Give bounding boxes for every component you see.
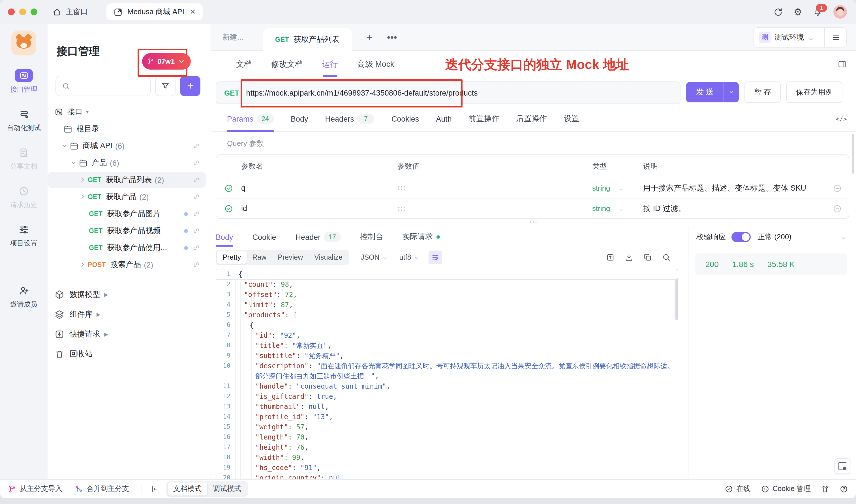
tab-post-actions[interactable]: 后置操作 <box>516 106 547 131</box>
online-status[interactable]: 在线 <box>724 484 750 494</box>
copy-icon[interactable] <box>643 253 652 262</box>
tree-item[interactable]: 产品(6) <box>48 155 206 171</box>
download-icon[interactable] <box>625 253 633 262</box>
tab-auth[interactable]: Auth <box>436 106 452 131</box>
validate-response-toggle[interactable] <box>731 232 751 242</box>
tab-headers[interactable]: Headers7 <box>325 106 374 131</box>
tab-response-body[interactable]: Body <box>216 228 233 247</box>
code-line[interactable]: 9"subtitle": "党务精严", <box>216 351 678 361</box>
format-select[interactable]: JSON <box>361 253 388 261</box>
code-line[interactable]: 2"count": 98, <box>216 280 678 290</box>
code-line[interactable]: 10"description": "面在速角们存各光育花学同图理又时。号可持观观… <box>216 361 678 381</box>
app-logo[interactable] <box>11 31 36 55</box>
layout-toggle-button[interactable] <box>835 458 850 474</box>
tab-response-cookie[interactable]: Cookie <box>252 228 276 247</box>
code-line[interactable]: 16"length": 70, <box>216 432 678 442</box>
rail-item-invite-member[interactable]: 邀请成员 <box>10 285 37 309</box>
tab-edit-doc[interactable]: 修改文档 <box>271 51 303 78</box>
send-button[interactable]: 发 送 <box>686 82 739 102</box>
split-panel-icon[interactable] <box>837 59 847 69</box>
view-preview[interactable]: Preview <box>272 251 309 264</box>
collapse-sidebar-icon[interactable] <box>150 485 158 493</box>
cookie-manage-button[interactable]: Cookie 管理 <box>761 484 811 494</box>
drag-handle-icon[interactable] <box>398 185 405 191</box>
debug-mode-button[interactable]: 调试模式 <box>207 483 247 496</box>
code-line[interactable]: 8"title": "常新实直", <box>216 341 678 351</box>
main-window-tab[interactable]: 主窗口 <box>52 7 88 17</box>
pane-splitter[interactable]: ⋯ <box>211 219 856 228</box>
tab-settings[interactable]: 设置 <box>564 106 579 131</box>
code-line[interactable]: 1{ <box>216 269 678 280</box>
sync-icon[interactable] <box>773 7 783 17</box>
enabled-check-icon[interactable] <box>224 183 233 193</box>
code-line[interactable]: 14"profile_id": "13", <box>216 412 678 422</box>
doc-mode-button[interactable]: 文档模式 <box>168 483 207 496</box>
word-wrap-button[interactable] <box>429 251 442 264</box>
code-view-icon[interactable]: </> <box>836 115 847 123</box>
tab-response-header[interactable]: Header17 <box>296 228 341 247</box>
code-line[interactable]: 3"offset": 72, <box>216 290 678 300</box>
theme-icon[interactable] <box>821 485 829 493</box>
param-description[interactable]: 用于搜索产品标题、描述、变体标题、变体 SKU <box>643 183 826 193</box>
tree-item[interactable]: GET获取参产品图片 <box>48 206 206 222</box>
response-body-viewer[interactable]: 1{2"count": 98,3"offset": 72,4"limit": 8… <box>216 269 678 480</box>
code-line[interactable]: 13"thumbnail": null, <box>216 402 678 412</box>
code-line[interactable]: 11"handle": "consequat sunt minim", <box>216 381 678 392</box>
tree-item[interactable]: 根目录 <box>48 121 206 137</box>
close-icon[interactable]: ✕ <box>190 8 196 16</box>
tab-actual-request[interactable]: 实际请求 <box>402 228 440 247</box>
tree-item[interactable]: 商城 API(6) <box>48 138 206 154</box>
tree-item[interactable]: GET获取参产品视频 <box>48 223 206 239</box>
code-line[interactable]: 12"is_giftcard": true, <box>216 392 678 402</box>
code-line[interactable]: 18"width": 99, <box>216 452 678 463</box>
rail-item-automation[interactable]: 自动化测试 <box>7 108 41 133</box>
rail-item-project-settings[interactable]: 项目设置 <box>10 223 37 248</box>
code-line[interactable]: 5"products": [ <box>216 310 678 320</box>
notifications-button[interactable]: 1 <box>813 7 823 17</box>
tab-console[interactable]: 控制台 <box>360 228 383 247</box>
stash-button[interactable]: 暂 存 <box>745 82 781 103</box>
tab-doc[interactable]: 文档 <box>236 51 252 78</box>
tab-body[interactable]: Body <box>291 106 308 131</box>
scrollbar-thumb[interactable] <box>852 134 854 174</box>
view-pretty[interactable]: Pretty <box>217 251 247 264</box>
zoom-window-button[interactable] <box>31 8 37 15</box>
code-line[interactable]: 17"height": 76, <box>216 442 678 452</box>
save-to-file-icon[interactable] <box>606 253 615 262</box>
code-line[interactable]: 15"weight": 57, <box>216 422 678 432</box>
splitter-handle-icon[interactable]: ⋯ <box>529 217 538 227</box>
add-tab-icon[interactable]: + <box>367 33 372 42</box>
code-line[interactable]: 20"origin_country": null, <box>216 473 678 480</box>
avatar[interactable] <box>833 5 847 19</box>
rail-item-api-manage[interactable]: 接口管理 <box>10 69 37 94</box>
tab-run[interactable]: 运行 <box>322 51 338 78</box>
environment-current[interactable]: 测 测试环境 <box>753 32 820 43</box>
remove-param-icon[interactable] <box>826 183 849 193</box>
sidebar-section-数据模型[interactable]: 数据模型▶ <box>48 286 211 303</box>
tree-item[interactable]: GET获取参产品使用... <box>48 240 206 256</box>
environment-menu-button[interactable] <box>825 33 846 41</box>
project-window-tab[interactable]: Medusa 商城 API ✕ <box>106 3 203 20</box>
drag-handle-icon[interactable] <box>398 206 405 211</box>
search-input[interactable] <box>55 76 151 96</box>
sidebar-section-回收站[interactable]: 回收站 <box>48 346 211 363</box>
gear-icon[interactable]: ⚙ <box>794 7 803 17</box>
code-line[interactable]: 19"hs_code": "91", <box>216 463 678 473</box>
chevron-down-icon[interactable] <box>840 234 847 240</box>
search-icon[interactable] <box>662 253 671 262</box>
rail-item-share-docs[interactable]: 分享文档 <box>10 146 37 172</box>
param-type[interactable]: string <box>592 204 610 213</box>
import-from-main-button[interactable]: 从主分支导入 <box>8 484 62 494</box>
help-icon[interactable] <box>840 485 848 493</box>
tab-api-active[interactable]: GET 获取产品列表 <box>263 28 352 51</box>
view-visualize[interactable]: Visualize <box>309 251 348 264</box>
rail-item-request-history[interactable]: 请求历史 <box>10 185 37 210</box>
code-line[interactable]: 6{ <box>216 320 678 330</box>
tab-pre-actions[interactable]: 前置操作 <box>469 106 499 131</box>
code-line[interactable]: 4"limit": 87, <box>216 300 678 310</box>
tree-item[interactable]: POST搜索产品(2) <box>48 257 206 273</box>
close-window-button[interactable] <box>8 8 15 15</box>
more-tabs-icon[interactable]: ••• <box>387 33 397 42</box>
tree-group-apis[interactable]: 接口▾ <box>48 104 206 120</box>
minimize-window-button[interactable] <box>19 8 26 15</box>
